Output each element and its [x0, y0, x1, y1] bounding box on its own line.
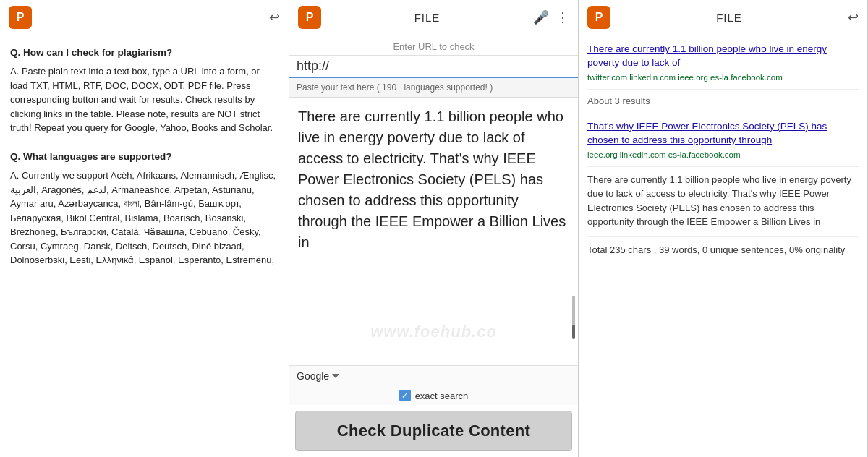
- faq-q2: Q. What languages are supported?: [10, 150, 278, 164]
- search-engine-dropdown[interactable]: Google: [297, 370, 571, 382]
- result-sources-1: twitter.com linkedin.com ieee.org es-la.…: [587, 73, 859, 82]
- checker-panel: P FILE 🎤 ⋮ Enter URL to check Paste your…: [289, 0, 579, 457]
- faq-content: Q. How can I check for plagiarism? A. Pa…: [0, 35, 289, 457]
- result-link-2[interactable]: That's why IEEE Power Electronics Societ…: [587, 120, 859, 148]
- watermark: www.foehub.co: [370, 320, 497, 343]
- app-logo-3: P: [587, 6, 610, 29]
- app-logo-2: P: [298, 6, 321, 29]
- results-header: P FILE ↩: [579, 0, 867, 35]
- app-logo: P: [9, 6, 32, 29]
- faq-a1: A. Paste plain text into a text box, typ…: [10, 64, 278, 135]
- search-engine-bar[interactable]: Google: [289, 365, 578, 386]
- url-input[interactable]: [289, 56, 578, 78]
- exact-search-bar[interactable]: ✓ exact search: [289, 386, 578, 405]
- dropdown-arrow-icon: [332, 374, 339, 378]
- paste-hint: Paste your text here ( 190+ languages su…: [289, 78, 578, 98]
- scrollbar-thumb: [572, 325, 575, 339]
- url-label: Enter URL to check: [289, 35, 578, 56]
- results-panel: P FILE ↩ There are currently 1.1 billion…: [579, 0, 868, 457]
- divider-1: [587, 89, 859, 90]
- results-back-button[interactable]: ↩: [848, 11, 859, 24]
- result-count: About 3 results: [587, 95, 859, 106]
- mic-icon[interactable]: 🎤: [533, 11, 549, 24]
- results-title: FILE: [610, 12, 848, 24]
- header-icons: 🎤 ⋮: [533, 11, 569, 24]
- exact-search-checkbox[interactable]: ✓: [399, 390, 411, 401]
- checker-title: FILE: [321, 12, 533, 24]
- main-text: There are currently 1.1 billion people w…: [298, 106, 569, 253]
- faq-panel: P ↩ Q. How can I check for plagiarism? A…: [0, 0, 289, 457]
- text-area[interactable]: There are currently 1.1 billion people w…: [289, 98, 578, 365]
- scrollbar[interactable]: [572, 296, 575, 339]
- checker-header: P FILE 🎤 ⋮: [289, 0, 578, 35]
- result-link-1[interactable]: There are currently 1.1 billion people w…: [587, 43, 859, 70]
- results-content: There are currently 1.1 billion people w…: [579, 35, 867, 457]
- check-duplicate-button[interactable]: Check Duplicate Content: [295, 411, 572, 451]
- divider-2: [587, 114, 859, 114]
- faq-a2: A. Currently we support Acèh, Afrikaans,…: [10, 168, 278, 268]
- faq-q1: Q. How can I check for plagiarism?: [10, 46, 278, 60]
- more-options-icon[interactable]: ⋮: [556, 11, 569, 24]
- exact-search-label: exact search: [415, 390, 469, 401]
- search-engine-label: Google: [297, 370, 329, 382]
- result-stats: Total 235 chars , 39 words, 0 unique sen…: [587, 243, 859, 257]
- back-button[interactable]: ↩: [269, 11, 280, 24]
- divider-3: [587, 166, 859, 167]
- divider-4: [587, 236, 859, 237]
- result-sources-2: ieee.org linkedin.com es-la.facebook.com: [587, 150, 859, 159]
- result-body-text: There are currently 1.1 billion people w…: [587, 173, 859, 229]
- faq-header: P ↩: [0, 0, 289, 35]
